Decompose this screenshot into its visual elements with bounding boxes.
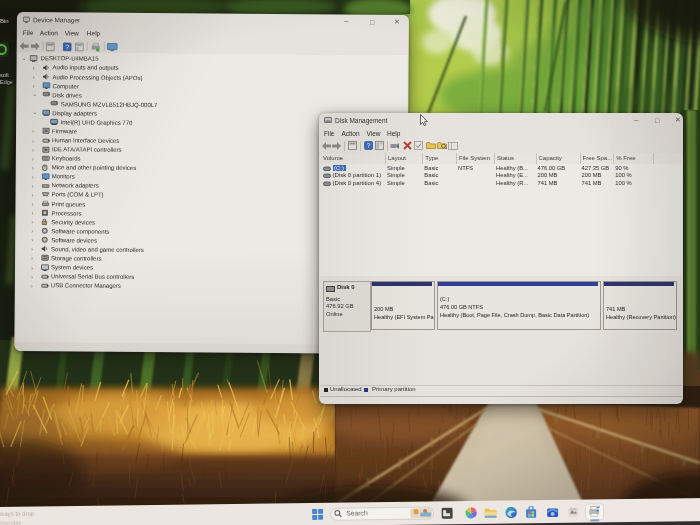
svg-text:?: ? [65,43,69,50]
svg-text:?: ? [366,142,370,149]
